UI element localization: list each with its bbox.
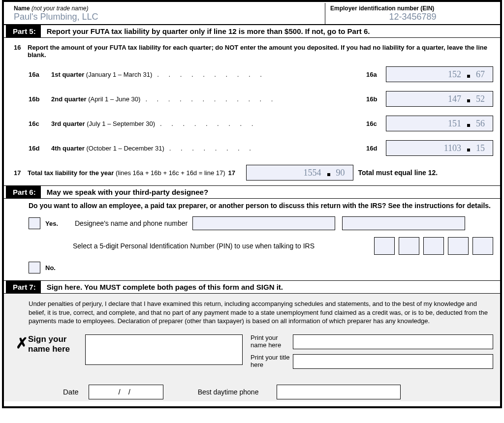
date-input[interactable]: / / bbox=[89, 385, 163, 399]
date-label: Date bbox=[63, 388, 89, 396]
part7-tag: Part 7: bbox=[6, 281, 41, 293]
part5-tag: Part 5: bbox=[6, 25, 41, 37]
print-name-label: Print your name here bbox=[251, 334, 293, 349]
line16-text: Report the amount of your FUTA tax liabi… bbox=[28, 44, 493, 59]
part6-tag: Part 6: bbox=[6, 186, 41, 198]
row-16c: 16c 3rd quarter (July 1 – September 30) … bbox=[29, 116, 493, 131]
decimal-dot-icon bbox=[327, 173, 330, 176]
input-16d[interactable]: 1103 15 bbox=[386, 140, 493, 156]
input-17[interactable]: 1554 90 bbox=[246, 165, 353, 181]
designee-name-input[interactable] bbox=[192, 216, 335, 230]
line17-note: Total must equal line 12. bbox=[353, 169, 438, 177]
checkbox-yes[interactable] bbox=[29, 217, 40, 229]
pin-digit-3[interactable] bbox=[423, 237, 444, 255]
ein-value[interactable]: 12-3456789 bbox=[330, 12, 495, 22]
line16-number: 16 bbox=[14, 44, 28, 59]
name-label: Name bbox=[14, 5, 30, 12]
part7-title: Sign here. You MUST complete both pages … bbox=[41, 281, 283, 293]
decimal-dot-icon bbox=[467, 149, 470, 151]
designee-label: Designee's name and phone number bbox=[75, 219, 192, 227]
part5-title: Report your FUTA tax liability by quarte… bbox=[41, 25, 370, 37]
row-16d: 16d 4th quarter (October 1 – December 31… bbox=[29, 140, 493, 156]
perjury-declaration: Under penalties of perjury, I declare th… bbox=[29, 300, 493, 326]
name-value[interactable]: Paul's Plumbing, LLC bbox=[14, 12, 320, 22]
checkbox-no[interactable] bbox=[29, 262, 40, 273]
boxlabel-16a: 16a bbox=[366, 71, 386, 78]
decimal-dot-icon bbox=[467, 75, 470, 78]
input-16a[interactable]: 152 67 bbox=[386, 66, 493, 82]
designee-phone-input[interactable] bbox=[342, 216, 465, 230]
part6-title: May we speak with your third-party desig… bbox=[41, 186, 208, 198]
decimal-dot-icon bbox=[467, 124, 470, 127]
signature-box[interactable] bbox=[85, 334, 243, 365]
label-16a: 16a bbox=[29, 71, 51, 78]
pin-digit-2[interactable] bbox=[399, 237, 419, 255]
pin-digit-1[interactable] bbox=[374, 237, 395, 255]
row-16a: 16a 1st quarter (January 1 – March 31) .… bbox=[29, 66, 493, 82]
pin-digit-4[interactable] bbox=[448, 237, 469, 255]
ein-label: Employer identification number (EIN) bbox=[330, 5, 434, 12]
part6-question: Do you want to allow an employee, a paid… bbox=[29, 202, 493, 210]
line17-number: 17 bbox=[14, 169, 28, 177]
pin-digit-5[interactable] bbox=[472, 237, 493, 255]
input-16c[interactable]: 151 56 bbox=[386, 116, 493, 131]
print-title-label: Print your title here bbox=[251, 354, 293, 369]
phone-label: Best daytime phone bbox=[163, 388, 277, 396]
sign-here-label: Sign your name here bbox=[28, 334, 77, 355]
name-hint: (not your trade name) bbox=[32, 5, 88, 12]
pin-label: Select a 5-digit Personal Identification… bbox=[73, 242, 374, 250]
label-yes: Yes. bbox=[45, 220, 75, 227]
print-name-input[interactable] bbox=[293, 334, 493, 349]
label-no: No. bbox=[45, 264, 75, 272]
phone-input[interactable] bbox=[277, 385, 401, 399]
signature-x-icon: ✗ bbox=[16, 334, 28, 352]
input-16b[interactable]: 147 52 bbox=[386, 91, 493, 107]
decimal-dot-icon bbox=[467, 99, 470, 102]
row-16b: 16b 2nd quarter (April 1 – June 30) . . … bbox=[29, 91, 493, 107]
print-title-input[interactable] bbox=[293, 354, 493, 369]
